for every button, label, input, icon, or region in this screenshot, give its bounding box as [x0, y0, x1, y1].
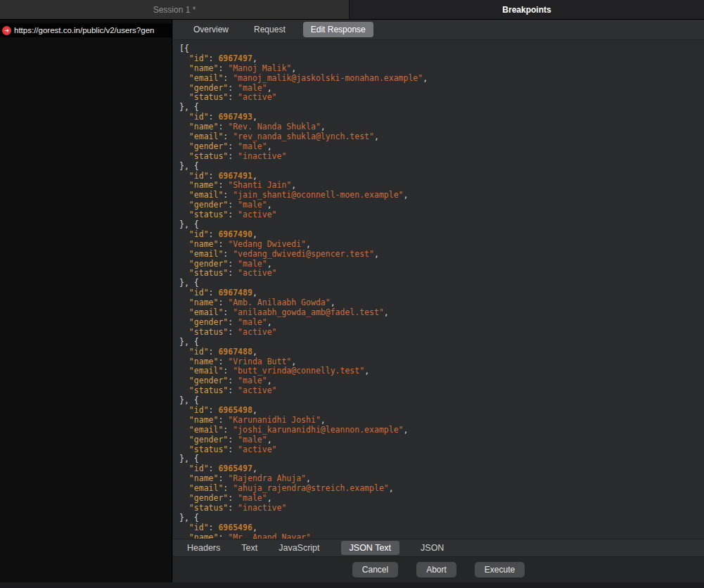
code-line: "email": "jain_shanti@oconnell-moen.exam…	[179, 191, 704, 200]
code-line: "status": "active"	[179, 93, 704, 103]
code-line: }, {	[179, 279, 704, 288]
code-line: }, {	[179, 454, 704, 464]
code-line: "gender": "male",	[179, 142, 704, 152]
code-line: "id": 6967491,	[179, 172, 704, 181]
code-line: }, {	[179, 103, 704, 113]
code-line: "name": "Rajendra Ahuja",	[179, 474, 704, 484]
code-line: "gender": "male",	[179, 318, 704, 328]
code-line: }, {	[179, 396, 704, 406]
code-line: }, {	[179, 162, 704, 172]
code-line: "gender": "male",	[179, 376, 704, 386]
body-format-tab-bar: Headers Text JavaScript JSON Text JSON	[173, 539, 704, 556]
breakpoint-request-list: ➜ https://gorest.co.in/public/v2/users?g…	[0, 20, 172, 582]
window-bottom-strip	[0, 583, 704, 588]
tab-overview[interactable]: Overview	[186, 22, 236, 37]
tab-request[interactable]: Request	[246, 22, 293, 37]
code-line: "name": "Vrinda Butt",	[179, 357, 704, 367]
code-line: "email": "ahuja_rajendra@streich.example…	[179, 484, 704, 494]
window-tab-breakpoints[interactable]: Breakpoints	[350, 0, 704, 19]
abort-button[interactable]: Abort	[416, 562, 456, 577]
code-line: "id": 6965498,	[179, 406, 704, 416]
code-line: }, {	[179, 220, 704, 230]
code-line: "status": "inactive"	[179, 152, 704, 162]
code-line: "email": "butt_vrinda@connelly.test",	[179, 366, 704, 376]
code-line: "name": "Amb. Anilaabh Gowda",	[179, 298, 704, 308]
code-line: "name": "Rev. Nanda Shukla",	[179, 122, 704, 132]
code-line: "email": "anilaabh_gowda_amb@fadel.test"…	[179, 308, 704, 318]
cancel-button[interactable]: Cancel	[352, 562, 398, 577]
tab-headers[interactable]: Headers	[187, 541, 220, 555]
code-line: "gender": "male",	[179, 260, 704, 269]
code-line: "name": "Shanti Jain",	[179, 181, 704, 191]
code-line: "gender": "male",	[179, 84, 704, 94]
code-line: [{	[179, 44, 704, 54]
tab-json-text[interactable]: JSON Text	[341, 541, 400, 555]
code-line: "email": "rev_nanda_shukla@lynch.test",	[179, 132, 704, 142]
code-line: "id": 6967490,	[179, 230, 704, 240]
code-line: }, {	[179, 338, 704, 347]
code-line: "status": "active"	[179, 445, 704, 455]
code-line: "id": 6967488,	[179, 347, 704, 357]
breakpoint-detail-panel: Overview Request Edit Response [{ "id": …	[173, 20, 704, 582]
code-line: "gender": "male",	[179, 200, 704, 210]
app-window: Session 1 * Breakpoints ➜ https://gorest…	[0, 0, 704, 588]
code-line: "name": "Manoj Malik",	[179, 64, 704, 74]
code-line: "id": 6967497,	[179, 54, 704, 64]
code-line: "id": 6967493,	[179, 113, 704, 122]
json-editor[interactable]: [{ "id": 6967497, "name": "Manoj Malik",…	[173, 39, 704, 539]
tab-text[interactable]: Text	[241, 541, 257, 555]
code-line: "name": "Mr. Anand Nayar",	[179, 533, 704, 539]
session-tab-label: Session 1 *	[153, 5, 196, 15]
tab-edit-response[interactable]: Edit Response	[303, 22, 373, 37]
code-line: }, {	[179, 513, 704, 523]
code-line: "email": "joshi_karunanidhi@leannon.exam…	[179, 426, 704, 435]
code-line: "status": "inactive"	[179, 504, 704, 513]
breakpoint-request-row[interactable]: ➜ https://gorest.co.in/public/v2/users?g…	[0, 23, 172, 37]
code-line: "status": "active"	[179, 210, 704, 220]
code-line: "name": "Karunanidhi Joshi",	[179, 416, 704, 426]
code-line: "gender": "male",	[179, 435, 704, 445]
action-bar: Cancel Abort Execute	[173, 556, 704, 582]
code-line: "id": 6965496,	[179, 523, 704, 533]
code-line: "name": "Vedang Dwivedi",	[179, 240, 704, 250]
code-line: "gender": "male",	[179, 494, 704, 504]
code-line: "id": 6967489,	[179, 288, 704, 298]
code-line: "status": "active"	[179, 386, 704, 396]
code-line: "email": "manoj_malik@jaskolski-monahan.…	[179, 74, 704, 84]
code-line: "id": 6965497,	[179, 464, 704, 474]
tab-json[interactable]: JSON	[421, 541, 444, 555]
window-tab-session[interactable]: Session 1 *	[0, 0, 350, 19]
breakpoint-icon: ➜	[2, 26, 11, 35]
request-url: https://gorest.co.in/public/v2/users?gen	[14, 26, 154, 34]
code-line: "status": "active"	[179, 269, 704, 279]
window-tab-bar: Session 1 * Breakpoints	[0, 0, 704, 20]
response-tab-bar: Overview Request Edit Response	[173, 20, 704, 39]
breakpoints-tab-label: Breakpoints	[502, 5, 551, 15]
code-line: "status": "active"	[179, 328, 704, 338]
tab-javascript[interactable]: JavaScript	[279, 541, 319, 555]
code-line: "email": "vedang_dwivedi@spencer.test",	[179, 250, 704, 260]
execute-button[interactable]: Execute	[475, 562, 525, 577]
